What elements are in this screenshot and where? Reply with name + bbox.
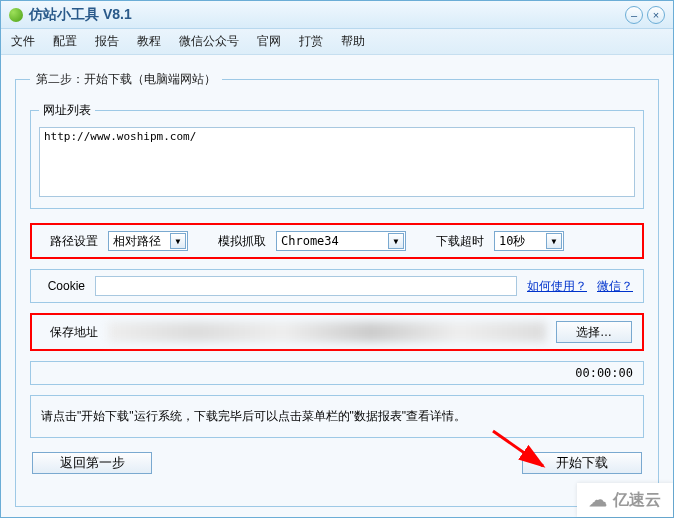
timer-value: 00:00:00 bbox=[575, 366, 633, 380]
close-button[interactable]: × bbox=[647, 6, 665, 24]
url-textarea[interactable] bbox=[39, 127, 635, 197]
crawl-select-value: Chrome34 bbox=[281, 234, 339, 248]
path-select-value: 相对路径 bbox=[113, 233, 161, 250]
watermark: ☁ 亿速云 bbox=[577, 483, 673, 517]
menu-config[interactable]: 配置 bbox=[53, 33, 77, 50]
minimize-button[interactable]: – bbox=[625, 6, 643, 24]
timeout-select[interactable]: 10秒 ▼ bbox=[494, 231, 564, 251]
cookie-label: Cookie bbox=[41, 279, 85, 293]
content-area: 第二步：开始下载（电脑端网站） 网址列表 路径设置 相对路径 ▼ 模拟抓取 Ch… bbox=[1, 55, 673, 517]
dropdown-arrow-icon: ▼ bbox=[546, 233, 562, 249]
path-select[interactable]: 相对路径 ▼ bbox=[108, 231, 188, 251]
menu-official[interactable]: 官网 bbox=[257, 33, 281, 50]
timeout-select-value: 10秒 bbox=[499, 233, 525, 250]
info-row: 请点击"开始下载"运行系统，下载完毕后可以点击菜单栏的"数据报表"查看详情。 bbox=[30, 395, 644, 438]
menu-report[interactable]: 报告 bbox=[95, 33, 119, 50]
menubar: 文件 配置 报告 教程 微信公众号 官网 打赏 帮助 bbox=[1, 29, 673, 55]
back-button[interactable]: 返回第一步 bbox=[32, 452, 152, 474]
info-text: 请点击"开始下载"运行系统，下载完毕后可以点击菜单栏的"数据报表"查看详情。 bbox=[41, 409, 466, 423]
menu-file[interactable]: 文件 bbox=[11, 33, 35, 50]
dropdown-arrow-icon: ▼ bbox=[388, 233, 404, 249]
cookie-input[interactable] bbox=[95, 276, 517, 296]
timeout-label: 下载超时 bbox=[436, 233, 484, 250]
step-fieldset: 第二步：开始下载（电脑端网站） 网址列表 路径设置 相对路径 ▼ 模拟抓取 Ch… bbox=[15, 71, 659, 507]
step-legend: 第二步：开始下载（电脑端网站） bbox=[30, 71, 222, 88]
menu-donate[interactable]: 打赏 bbox=[299, 33, 323, 50]
how-to-use-link[interactable]: 如何使用？ bbox=[527, 278, 587, 295]
app-window: 仿站小工具 V8.1 – × 文件 配置 报告 教程 微信公众号 官网 打赏 帮… bbox=[0, 0, 674, 518]
save-path-row: 保存地址 选择… bbox=[30, 313, 644, 351]
crawl-select[interactable]: Chrome34 ▼ bbox=[276, 231, 406, 251]
cloud-icon: ☁ bbox=[589, 489, 607, 511]
path-settings-row: 路径设置 相对路径 ▼ 模拟抓取 Chrome34 ▼ 下载超时 10秒 ▼ bbox=[30, 223, 644, 259]
path-label: 路径设置 bbox=[42, 233, 98, 250]
menu-tutorial[interactable]: 教程 bbox=[137, 33, 161, 50]
start-download-button[interactable]: 开始下载 bbox=[522, 452, 642, 474]
window-controls: – × bbox=[625, 6, 665, 24]
titlebar: 仿站小工具 V8.1 – × bbox=[1, 1, 673, 29]
watermark-text: 亿速云 bbox=[613, 490, 661, 511]
app-icon bbox=[9, 8, 23, 22]
dropdown-arrow-icon: ▼ bbox=[170, 233, 186, 249]
url-list-legend: 网址列表 bbox=[39, 102, 95, 119]
menu-help[interactable]: 帮助 bbox=[341, 33, 365, 50]
save-path-value-blurred bbox=[108, 322, 546, 342]
timer-row: 00:00:00 bbox=[30, 361, 644, 385]
cookie-row: Cookie 如何使用？ 微信？ bbox=[30, 269, 644, 303]
bottom-buttons: 返回第一步 开始下载 bbox=[30, 452, 644, 474]
window-title: 仿站小工具 V8.1 bbox=[29, 6, 132, 24]
crawl-label: 模拟抓取 bbox=[218, 233, 266, 250]
wechat-link[interactable]: 微信？ bbox=[597, 278, 633, 295]
url-list-fieldset: 网址列表 bbox=[30, 102, 644, 209]
menu-wechat[interactable]: 微信公众号 bbox=[179, 33, 239, 50]
choose-path-button[interactable]: 选择… bbox=[556, 321, 632, 343]
save-path-label: 保存地址 bbox=[42, 324, 98, 341]
